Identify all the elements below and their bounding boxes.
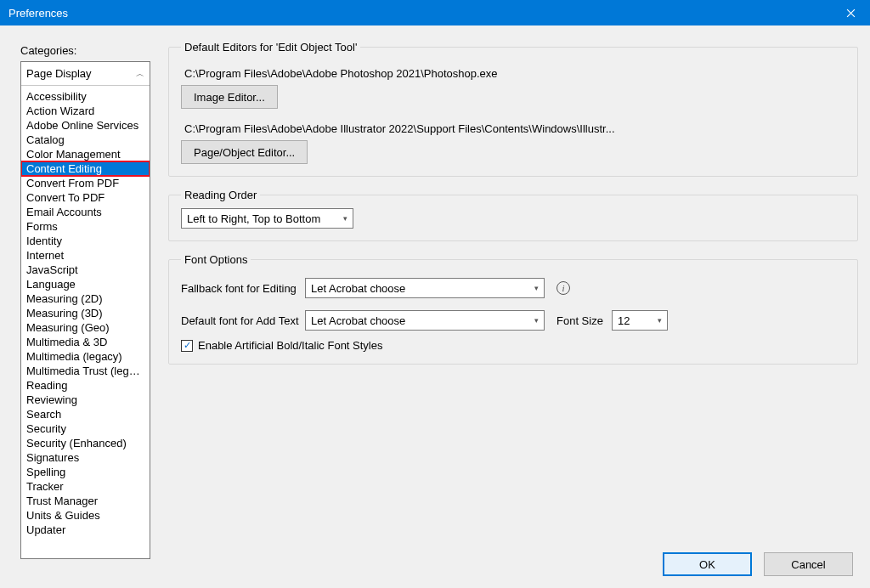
category-item[interactable]: Color Management bbox=[21, 147, 150, 161]
reading-order-select[interactable]: Left to Right, Top to Bottom ▾ bbox=[181, 208, 353, 229]
category-item[interactable]: Updater bbox=[21, 523, 150, 537]
category-item[interactable]: Multimedia Trust (legacy) bbox=[21, 364, 150, 378]
category-item[interactable]: Adobe Online Services bbox=[21, 118, 150, 133]
fallback-font-select[interactable]: Let Acrobat choose ▾ bbox=[305, 278, 545, 298]
categories-box: Page Display ︿ AccessibilityAction Wizar… bbox=[20, 61, 150, 559]
category-item[interactable]: Accessibility bbox=[21, 89, 150, 104]
reading-order-value: Left to Right, Top to Bottom bbox=[187, 212, 320, 225]
chevron-down-icon: ▾ bbox=[343, 214, 347, 223]
categories-label: Categories: bbox=[20, 44, 76, 57]
font-size-label: Font Size bbox=[556, 314, 603, 327]
chevron-up-icon: ︿ bbox=[136, 68, 144, 80]
page-editor-button[interactable]: Page/Object Editor... bbox=[181, 140, 308, 164]
category-item[interactable]: Measuring (3D) bbox=[21, 306, 150, 320]
default-font-select[interactable]: Let Acrobat choose ▾ bbox=[305, 310, 545, 331]
enable-artificial-label: Enable Artificial Bold/Italic Font Style… bbox=[198, 339, 383, 352]
category-item[interactable]: Tracker bbox=[21, 479, 150, 494]
enable-artificial-checkbox[interactable]: ✓ bbox=[181, 340, 193, 352]
ok-button[interactable]: OK bbox=[663, 552, 752, 576]
default-editors-legend: Default Editors for 'Edit Object Tool' bbox=[181, 41, 360, 54]
reading-order-panel: Reading Order Left to Right, Top to Bott… bbox=[168, 189, 858, 241]
category-item[interactable]: Trust Manager bbox=[21, 494, 150, 508]
category-item[interactable]: Security bbox=[21, 421, 150, 436]
font-size-select[interactable]: 12 ▾ bbox=[612, 310, 668, 331]
default-font-label: Default font for Add Text bbox=[181, 314, 305, 327]
default-font-value: Let Acrobat choose bbox=[311, 314, 405, 327]
default-editors-panel: Default Editors for 'Edit Object Tool' C… bbox=[168, 41, 858, 177]
page-editor-path: C:\Program Files\Adobe\Adobe Illustrator… bbox=[184, 122, 845, 135]
category-item[interactable]: Language bbox=[21, 277, 150, 291]
fallback-font-value: Let Acrobat choose bbox=[311, 282, 405, 295]
reading-order-legend: Reading Order bbox=[181, 189, 260, 201]
main-content: Default Editors for 'Edit Object Tool' C… bbox=[168, 41, 858, 376]
category-item[interactable]: Action Wizard bbox=[21, 104, 150, 118]
category-item[interactable]: Signatures bbox=[21, 450, 150, 465]
close-button[interactable] bbox=[832, 0, 870, 25]
chevron-down-icon: ▾ bbox=[534, 316, 539, 325]
categories-top-item[interactable]: Page Display ︿ bbox=[21, 62, 150, 86]
categories-list[interactable]: AccessibilityAction WizardAdobe Online S… bbox=[21, 86, 150, 558]
close-icon bbox=[846, 8, 856, 18]
category-item[interactable]: Search bbox=[21, 407, 150, 421]
fallback-font-label: Fallback font for Editing bbox=[181, 282, 305, 295]
category-item[interactable]: Convert From PDF bbox=[21, 176, 150, 190]
category-item[interactable]: Internet bbox=[21, 248, 150, 263]
titlebar: Preferences bbox=[0, 0, 870, 25]
client-area: Categories: Page Display ︿ Accessibility… bbox=[0, 25, 870, 588]
image-editor-button[interactable]: Image Editor... bbox=[181, 85, 278, 109]
image-editor-path: C:\Program Files\Adobe\Adobe Photoshop 2… bbox=[184, 67, 845, 80]
category-item[interactable]: Convert To PDF bbox=[21, 190, 150, 205]
category-item[interactable]: Multimedia & 3D bbox=[21, 335, 150, 349]
font-options-panel: Font Options Fallback font for Editing L… bbox=[168, 253, 858, 365]
category-item[interactable]: Reviewing bbox=[21, 393, 150, 407]
font-size-value: 12 bbox=[618, 314, 630, 327]
category-item[interactable]: Forms bbox=[21, 219, 150, 234]
info-icon[interactable]: i bbox=[556, 281, 570, 295]
category-item[interactable]: Multimedia (legacy) bbox=[21, 349, 150, 364]
chevron-down-icon: ▾ bbox=[534, 284, 539, 292]
category-item[interactable]: Email Accounts bbox=[21, 205, 150, 219]
category-item[interactable]: JavaScript bbox=[21, 263, 150, 277]
cancel-button[interactable]: Cancel bbox=[764, 552, 853, 576]
categories-top-label: Page Display bbox=[26, 67, 92, 80]
category-item[interactable]: Measuring (Geo) bbox=[21, 320, 150, 335]
font-options-legend: Font Options bbox=[181, 253, 251, 266]
window-title: Preferences bbox=[8, 7, 68, 20]
category-item[interactable]: Catalog bbox=[21, 133, 150, 147]
chevron-down-icon: ▾ bbox=[658, 316, 662, 325]
category-item[interactable]: Spelling bbox=[21, 465, 150, 479]
category-item[interactable]: Measuring (2D) bbox=[21, 291, 150, 306]
category-item[interactable]: Units & Guides bbox=[21, 508, 150, 523]
category-item[interactable]: Reading bbox=[21, 378, 150, 393]
category-item[interactable]: Identity bbox=[21, 234, 150, 248]
category-item[interactable]: Security (Enhanced) bbox=[21, 436, 150, 450]
dialog-footer: OK Cancel bbox=[663, 552, 853, 576]
category-item[interactable]: Content Editing bbox=[21, 161, 150, 176]
